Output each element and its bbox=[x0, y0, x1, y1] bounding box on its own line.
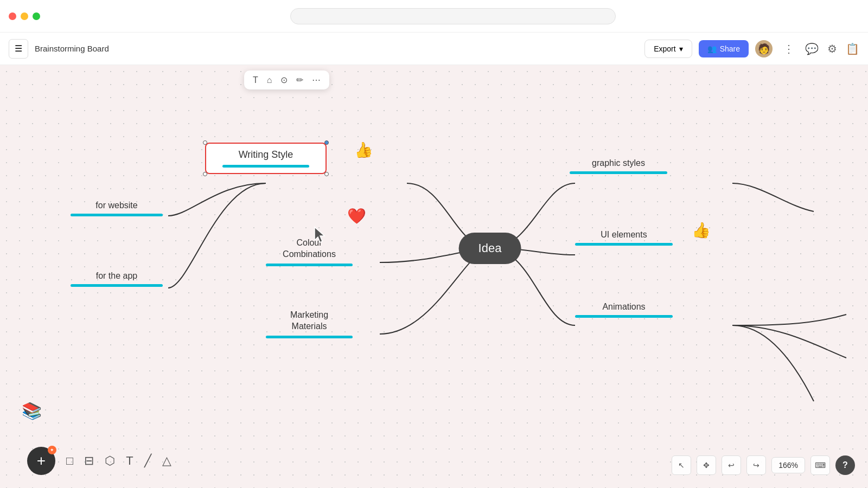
help-button[interactable]: ? bbox=[835, 455, 855, 475]
graphic-styles-label: graphic styles bbox=[570, 158, 667, 168]
add-badge: ✦ bbox=[48, 446, 56, 454]
undo-button[interactable]: ↩ bbox=[722, 455, 741, 475]
colour-combinations-node[interactable]: ColourCombinations bbox=[266, 237, 353, 266]
thumbs-up-sticker-1: 👍 bbox=[352, 139, 374, 160]
address-bar[interactable] bbox=[290, 8, 616, 24]
for-the-app-node[interactable]: for the app bbox=[71, 271, 163, 287]
select-tool-button[interactable]: ↖ bbox=[672, 455, 691, 475]
colour-combinations-label: ColourCombinations bbox=[266, 237, 353, 260]
animations-node[interactable]: Animations bbox=[575, 302, 673, 318]
frame-tool[interactable]: ⊟ bbox=[84, 454, 94, 468]
center-node[interactable]: Idea bbox=[459, 233, 521, 264]
floating-toolbar: T ⌂ ⊙ ✏ ⋯ bbox=[244, 70, 329, 89]
comment-icon[interactable]: 💬 bbox=[805, 42, 819, 55]
hamburger-icon: ☰ bbox=[15, 43, 22, 54]
edit-tool-icon[interactable]: ✏ bbox=[296, 75, 303, 85]
traffic-lights bbox=[9, 12, 40, 20]
ui-elements-label: UI elements bbox=[575, 230, 673, 240]
export-button[interactable]: Export ▾ bbox=[644, 40, 692, 58]
heart-sticker: ❤️ bbox=[347, 207, 366, 225]
keyboard-shortcuts-button[interactable]: ⌨ bbox=[810, 455, 830, 475]
rotate-tool-icon[interactable]: ⊙ bbox=[280, 75, 288, 85]
share-button[interactable]: 👥 Share bbox=[699, 40, 749, 57]
redo-button[interactable]: ↪ bbox=[746, 455, 766, 475]
move-tool-button[interactable]: ✥ bbox=[697, 455, 716, 475]
address-bar-container bbox=[47, 8, 859, 24]
thumbs-up-sticker-2: 👍 bbox=[692, 221, 711, 239]
minimize-button[interactable] bbox=[21, 12, 28, 20]
books-sticker: 📚 bbox=[22, 401, 42, 420]
kebab-menu-button[interactable]: ⋮ bbox=[779, 40, 799, 57]
line-tool[interactable]: ╱ bbox=[144, 454, 151, 468]
pointer-tool[interactable]: △ bbox=[162, 454, 171, 468]
zoom-level: 166% bbox=[771, 457, 805, 473]
marketing-materials-node[interactable]: MarketingMaterials bbox=[266, 310, 353, 338]
add-button[interactable]: + ✦ bbox=[27, 447, 55, 475]
writing-style-label: Writing Style bbox=[222, 149, 309, 160]
writing-style-node[interactable]: Writing Style bbox=[205, 143, 327, 174]
title-bar bbox=[0, 0, 868, 33]
shape-tool[interactable]: ⬡ bbox=[105, 454, 115, 468]
shape-tool-icon[interactable]: ⌂ bbox=[267, 75, 272, 85]
right-icons: 💬 ⚙ 📋 bbox=[805, 42, 859, 55]
for-website-node[interactable]: for website bbox=[71, 201, 163, 216]
graphic-styles-node[interactable]: graphic styles bbox=[570, 158, 667, 174]
ui-elements-node[interactable]: UI elements bbox=[575, 230, 673, 246]
share-label: Share bbox=[720, 44, 740, 53]
nav-bar: ☰ Brainstorming Board Export ▾ 👥 Share 🧑… bbox=[0, 33, 868, 65]
maximize-button[interactable] bbox=[33, 12, 40, 20]
close-button[interactable] bbox=[9, 12, 16, 20]
more-tool-icon[interactable]: ⋯ bbox=[312, 75, 321, 85]
avatar[interactable]: 🧑 bbox=[755, 40, 773, 57]
board-title: Brainstorming Board bbox=[35, 44, 109, 53]
for-website-label: for website bbox=[71, 201, 163, 210]
bottom-right-controls: ↖ ✥ ↩ ↪ 166% ⌨ ? bbox=[672, 455, 855, 475]
for-the-app-label: for the app bbox=[71, 271, 163, 281]
notes-icon[interactable]: 📋 bbox=[846, 42, 859, 55]
center-node-label: Idea bbox=[478, 241, 502, 255]
bottom-toolbar: + ✦ □ ⊟ ⬡ T ╱ △ bbox=[27, 447, 171, 475]
marketing-materials-label: MarketingMaterials bbox=[266, 310, 353, 332]
settings-icon[interactable]: ⚙ bbox=[827, 42, 837, 55]
canvas[interactable]: Idea Writing Style graphic styles Colour… bbox=[0, 65, 868, 488]
chevron-down-icon: ▾ bbox=[679, 44, 683, 53]
menu-button[interactable]: ☰ bbox=[9, 39, 28, 59]
share-icon: 👥 bbox=[707, 44, 717, 53]
animations-label: Animations bbox=[575, 302, 673, 312]
export-label: Export bbox=[654, 44, 675, 53]
plus-icon: + bbox=[37, 452, 46, 470]
help-label: ? bbox=[843, 460, 848, 470]
text-tool[interactable]: T bbox=[126, 454, 133, 468]
text-tool-icon[interactable]: T bbox=[253, 75, 258, 85]
rectangle-tool[interactable]: □ bbox=[66, 454, 73, 468]
